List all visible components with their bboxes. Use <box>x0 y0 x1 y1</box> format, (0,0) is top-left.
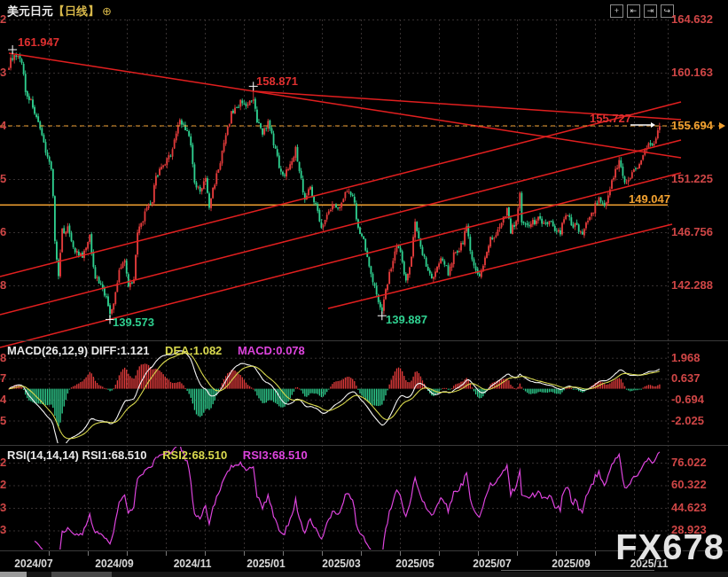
price-axis-label: 142.288 <box>671 279 713 292</box>
macd-dea-value: DEA:1.082 <box>165 344 222 357</box>
resistance-price-label: 155.727 <box>590 112 631 125</box>
support-price-label: 149.047 <box>629 192 670 206</box>
macd-params-label: MACD(26,12,9) <box>7 344 88 357</box>
clipped-axis-digit: 8 <box>0 279 6 292</box>
price-axis-label: 164.632 <box>671 13 713 26</box>
clipped-axis-digit: 3 <box>0 502 6 514</box>
scroll-left-button[interactable]: ⇤ <box>627 4 640 18</box>
chart-header: 美元日元【日线】⊕ <box>7 4 112 19</box>
period-label: 【日线】 <box>53 4 99 18</box>
rsi-panel-header: RSI(14,14,14) RSI1:68.510 RSI2:68.510 RS… <box>7 448 308 462</box>
clipped-axis-digit: 2 <box>0 456 6 469</box>
clipped-axis-digit: 2 <box>0 13 6 26</box>
scroll-left-icon: ⇤ <box>630 6 638 15</box>
low-2025-price-label: 139.887 <box>386 313 427 326</box>
time-axis-label: 2025/05 <box>395 558 434 570</box>
scroll-right-icon: ⇥ <box>647 6 654 15</box>
clipped-axis-digit: 4 <box>0 120 6 132</box>
macd-diff-value: DIFF:1.121 <box>91 344 150 357</box>
chart-canvas[interactable] <box>0 0 728 577</box>
clipped-axis-digit: 6 <box>0 226 6 238</box>
high-2024-price-label: 161.947 <box>18 35 59 49</box>
clipped-axis-digit: 4 <box>0 394 6 406</box>
macd-axis-label: 0.637 <box>671 372 701 385</box>
time-axis-label: 2025/01 <box>247 558 285 570</box>
crosshair-icon: + <box>614 6 619 15</box>
clipped-axis-digit: 2 <box>0 479 6 491</box>
clipped-axis-digit: 3 <box>0 66 6 79</box>
clipped-axis-digit: 3 <box>0 524 6 536</box>
macd-panel-header: MACD(26,12,9) DIFF:1.121 DEA:1.082 MACD:… <box>7 344 305 357</box>
time-axis-label: 2024/07 <box>14 558 52 570</box>
trading-chart-app: 美元日元【日线】⊕ + ⇤ ⇥ ↪ 164.632 160.163 155.69… <box>0 0 728 577</box>
time-axis-label: 2025/09 <box>552 558 590 570</box>
symbol-title: 美元日元 <box>7 4 53 18</box>
add-indicator-icon[interactable]: ⊕ <box>102 4 112 18</box>
rsi3-value: RSI3:68.510 <box>243 448 308 462</box>
price-axis-label: 151.225 <box>671 173 713 185</box>
macd-axis-label: -0.694 <box>671 394 704 406</box>
time-axis-label: 2025/07 <box>473 558 511 570</box>
macd-axis-label: 1.968 <box>671 352 701 364</box>
crosshair-button[interactable]: + <box>610 4 623 18</box>
rsi1-value: RSI1:68.510 <box>82 448 147 462</box>
clipped-axis-digit: 5 <box>0 173 6 185</box>
high-2025-price-label: 158.871 <box>256 74 298 88</box>
rsi-axis-label: 60.322 <box>671 479 707 491</box>
rsi-axis-label: 44.623 <box>671 502 707 514</box>
rsi-axis-label: 76.022 <box>671 456 707 469</box>
price-axis-label: 160.163 <box>671 66 713 79</box>
clipped-axis-digit: 7 <box>0 372 6 385</box>
time-axis-label: 2024/09 <box>95 558 133 570</box>
macd-axis-label: -2.025 <box>671 415 704 427</box>
time-axis-label: 2024/11 <box>174 558 212 570</box>
clipped-axis-digit: 8 <box>0 352 6 364</box>
clipped-axis-digit: 5 <box>0 415 6 427</box>
rsi2-value: RSI2:68.510 <box>162 448 227 462</box>
macd-hist-value: MACD:0.078 <box>238 344 305 357</box>
low-2024-price-label: 139.573 <box>113 316 154 329</box>
time-axis-label: 2025/03 <box>322 558 360 570</box>
chart-toolbar: + ⇤ ⇥ ↪ <box>610 4 674 18</box>
jump-latest-icon: ↪ <box>664 6 671 15</box>
price-axis-label: 146.756 <box>671 226 713 238</box>
price-axis-label-current: 155.694 <box>671 120 713 132</box>
rsi-params-label: RSI(14,14,14) <box>7 448 79 462</box>
scroll-right-button[interactable]: ⇥ <box>644 4 657 18</box>
watermark: FX678 <box>615 527 724 567</box>
